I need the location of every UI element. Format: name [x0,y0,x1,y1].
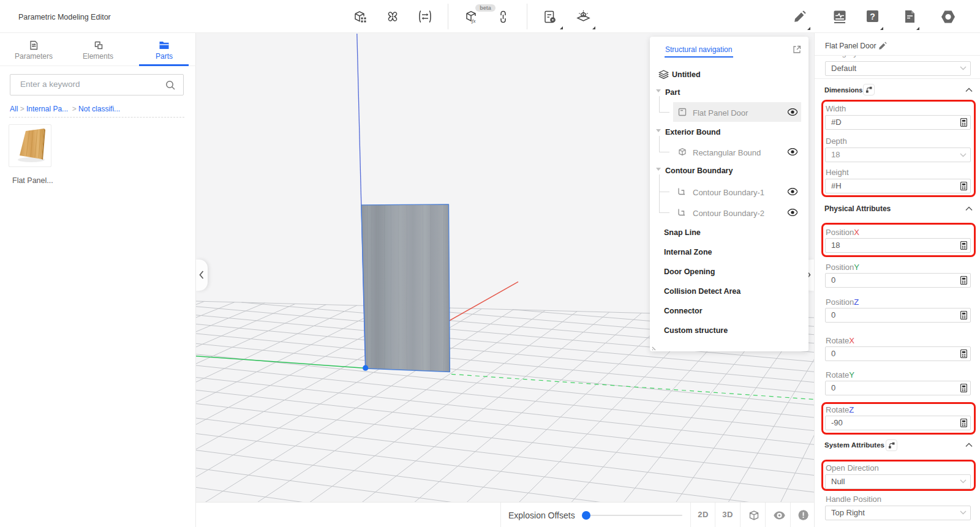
svg-text:?: ? [870,12,875,21]
